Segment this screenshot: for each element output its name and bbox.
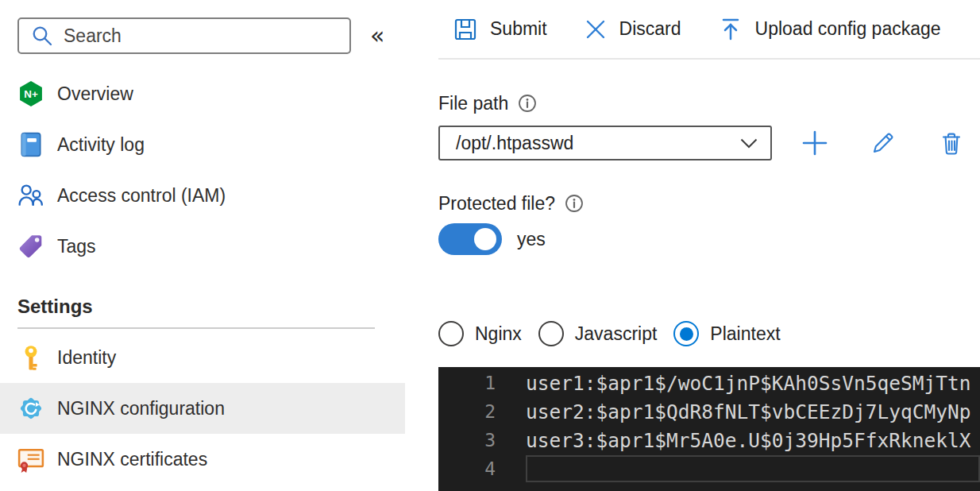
access-control-icon [17,182,44,209]
file-path-row: /opt/.htpasswd [438,126,980,160]
discard-label: Discard [619,18,681,40]
submit-label: Submit [490,18,547,40]
sidebar-section-header-settings: Settings [17,291,405,323]
toggle-knob [474,228,496,250]
radio-label: Nginx [475,323,522,345]
radio-circle [538,321,564,346]
line-number: 3 [438,430,496,450]
certificate-icon [17,446,44,473]
resource-menu-sidebar: « N+ Overview [0,0,405,491]
line-text[interactable]: user3:$apr1$Mr5A0e.U$0j39Hp5FfxRkneklX [526,427,980,454]
upload-icon [718,17,743,42]
sidebar-item-label: NGINX certificates [57,449,207,470]
search-icon [30,24,54,48]
sidebar-item-activity-log[interactable]: Activity log [0,119,405,170]
file-path-label-row: File path [438,92,980,114]
line-text[interactable]: user1:$apr1$/woC1jnP$KAh0SsVn5qeSMjTtn [526,369,980,396]
key-icon [17,344,44,371]
chevron-down-icon [740,138,758,149]
sidebar-divider [17,327,375,329]
line-number: 2 [438,401,496,422]
protected-file-toggle-row: yes [438,223,980,255]
command-bar: Submit Discard Upload config package [438,0,980,60]
config-file-editor[interactable]: 1 user1:$apr1$/woC1jnP$KAh0SsVn5qeSMjTtn… [438,367,980,491]
sidebar-item-label: Overview [57,83,133,105]
sidebar-item-label: Access control (IAM) [57,185,226,207]
nginx-configuration-page: « N+ Overview [0,0,980,491]
gear-icon [17,395,44,422]
add-file-button[interactable] [801,129,829,157]
sidebar-item-tags[interactable]: Tags [0,221,405,272]
editor-line-current: 4 [438,454,980,483]
protected-file-label: Protected file? [438,193,555,215]
radio-label: Javascript [575,323,658,345]
sidebar-item-overview[interactable]: N+ Overview [0,68,405,119]
radio-circle [438,321,464,346]
toggle-state-label: yes [517,229,546,250]
sidebar-search-row: « [0,0,405,54]
sidebar-item-nginx-configuration[interactable]: NGINX configuration [0,383,405,434]
line-text-cursor[interactable] [526,455,980,482]
radio-plaintext[interactable]: Plaintext [673,321,780,346]
search-box[interactable] [17,17,351,54]
close-icon [584,17,608,41]
upload-config-package-button[interactable]: Upload config package [718,17,941,42]
sidebar-item-nginx-certificates[interactable]: NGINX certificates [0,434,405,485]
line-text[interactable]: user2:$apr1$QdR8fNLT$vbCEEzDj7LyqCMyNp [526,398,980,425]
file-path-dropdown[interactable]: /opt/.htpasswd [438,126,772,160]
editor-line: 1 user1:$apr1$/woC1jnP$KAh0SsVn5qeSMjTtn [438,369,980,397]
line-number: 4 [438,458,496,479]
sidebar-settings-items: Identity NGINX configuration [0,332,405,485]
radio-label: Plaintext [710,323,780,345]
sidebar-item-access-control[interactable]: Access control (IAM) [0,170,405,221]
activity-log-icon [17,131,44,158]
info-icon[interactable] [565,194,584,213]
discard-button[interactable]: Discard [584,17,681,41]
sidebar-item-identity[interactable]: Identity [0,332,405,383]
search-input[interactable] [64,25,340,47]
sidebar-item-label: Identity [57,347,116,369]
svg-text:N+: N+ [24,88,38,100]
plus-icon [801,130,828,157]
editor-line: 3 user3:$apr1$Mr5A0e.U$0j39Hp5FfxRkneklX [438,426,980,454]
protected-file-toggle[interactable] [438,223,502,255]
save-icon [453,17,478,42]
radio-circle [673,321,699,346]
edit-file-button[interactable] [869,129,897,157]
editor-line: 2 user2:$apr1$QdR8fNLT$vbCEEzDj7LyqCMyNp [438,397,980,426]
tag-icon [17,233,44,260]
file-path-value: /opt/.htpasswd [456,133,573,154]
sidebar-item-label: NGINX configuration [57,398,225,419]
info-icon[interactable] [518,94,537,113]
trash-icon [939,130,964,156]
sidebar-item-label: Tags [57,236,96,257]
file-path-label: File path [438,93,508,114]
syntax-radio-group: Nginx Javascript Plaintext [438,319,980,348]
delete-file-button[interactable] [937,129,966,157]
line-number: 1 [438,373,496,393]
protected-file-label-row: Protected file? [438,192,980,215]
radio-nginx[interactable]: Nginx [438,321,522,346]
sidebar-nav: N+ Overview Activity log [0,68,405,272]
submit-button[interactable]: Submit [453,17,547,42]
pencil-icon [870,130,896,156]
sidebar-item-label: Activity log [57,134,145,156]
radio-javascript[interactable]: Javascript [538,321,658,346]
configuration-panel: Submit Discard Upload config package Fi [438,0,980,491]
upload-label: Upload config package [755,18,941,40]
collapse-sidebar-button[interactable]: « [367,24,388,48]
nginx-logo-icon: N+ [17,80,44,107]
